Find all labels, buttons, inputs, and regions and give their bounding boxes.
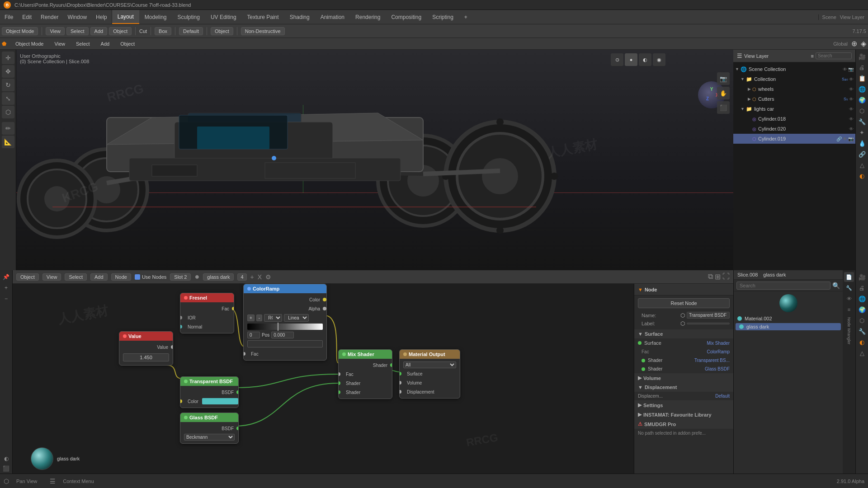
options-context-icon[interactable]: ≡ (844, 305, 854, 314)
mode-object-mode[interactable]: Object Mode (12, 41, 47, 47)
solid-icon[interactable]: ● (625, 53, 637, 66)
ne-mat-preview[interactable]: ◐ (1, 454, 11, 464)
slot-selector[interactable]: Slot 2 (170, 273, 191, 281)
mode-view[interactable]: View (51, 41, 69, 47)
view-btn[interactable]: View (46, 27, 65, 35)
tab-texture-paint[interactable]: Texture Paint (242, 10, 284, 24)
mode-select[interactable]: Select (72, 41, 94, 47)
mode-object[interactable]: Object (117, 41, 138, 47)
view-context-icon[interactable]: 👁 (844, 294, 854, 304)
move-tool[interactable]: ✥ (2, 65, 14, 78)
outliner-options-btn[interactable]: ≡ (811, 53, 814, 59)
instamat-title[interactable]: ▶ INSTAMAT: Favourite Library (634, 410, 733, 419)
default-selector[interactable]: Default (179, 27, 203, 35)
mix-shader-node[interactable]: Mix Shader Shader Fac Shad (338, 349, 392, 399)
cr-mode-select[interactable]: RGB (264, 314, 282, 322)
menu-help[interactable]: Help (91, 10, 112, 24)
wireframe-icon[interactable]: ⊙ (611, 53, 623, 66)
reset-node-btn[interactable]: Reset Node (638, 298, 730, 308)
tree-cylinder020[interactable]: ◎ Cylinder.020 👁 (733, 124, 855, 134)
cursor-tool[interactable]: ✛ (2, 52, 14, 64)
menu-window[interactable]: Window (63, 10, 91, 24)
outliner-search[interactable] (816, 52, 852, 59)
displacement-title[interactable]: ▼ Displacement (634, 383, 733, 392)
viewport-3d[interactable]: User Orthographic (0) Scene Collection |… (16, 50, 733, 270)
tab-shading[interactable]: Shading (284, 10, 315, 24)
glass-dark-row[interactable]: glass dark (736, 323, 841, 330)
cr-interp-select[interactable]: Linear (284, 314, 309, 322)
tab-animation[interactable]: Animation (315, 10, 350, 24)
ne-zoom-in[interactable]: + (1, 283, 11, 293)
mat-search-input[interactable] (736, 282, 830, 290)
grid-btn[interactable]: ⬛ (717, 101, 730, 114)
scene-props-icon[interactable]: 🌐 (857, 84, 867, 94)
non-destructive-btn[interactable]: Non-Destructive (241, 27, 285, 35)
mode-selector[interactable]: Object Mode (2, 27, 38, 35)
material-icon[interactable]: ◐ (639, 53, 651, 66)
eye-icon4[interactable]: 👁 (849, 97, 854, 102)
item-context-icon[interactable]: 📄 (844, 272, 854, 282)
fr-render-icon[interactable]: 🎥 (857, 272, 867, 282)
cr-add-btn[interactable]: + (247, 314, 255, 321)
cr-remove-btn[interactable]: - (256, 314, 262, 321)
global-label[interactable]: Global (833, 41, 848, 47)
fr-material-icon[interactable]: ◐ (857, 337, 867, 347)
constraints-icon[interactable]: 🔗 (857, 149, 867, 159)
render-vis-icon[interactable]: 📷 (848, 67, 854, 72)
browse-mat-icon[interactable]: X (258, 273, 262, 281)
fr-object-icon[interactable]: ⬡ (857, 315, 867, 325)
glass-bsdf-node[interactable]: Glass BSDF BSDF Beckmann (180, 413, 239, 444)
world-props-icon[interactable]: 🌍 (857, 95, 867, 105)
label-value[interactable] (687, 323, 730, 324)
tab-rendering[interactable]: Rendering (350, 10, 386, 24)
ne-select[interactable]: Select (65, 273, 87, 281)
volume-title[interactable]: ▶ Volume (634, 373, 733, 383)
tab-sculpting[interactable]: Sculpting (172, 10, 205, 24)
render-icon2[interactable]: 📷 (848, 136, 854, 141)
object-props-icon[interactable]: ⬡ (857, 106, 867, 116)
scene-selector[interactable]: Scene (822, 14, 836, 20)
select-btn[interactable]: Select (66, 27, 89, 35)
eye-icon3[interactable]: 👁 (849, 87, 854, 92)
tree-scene-collection[interactable]: ▼ 🌐 Scene Collection 👁 📷 (733, 64, 855, 74)
menu-edit[interactable]: Edit (18, 10, 36, 24)
node-canvas[interactable]: 人人素材 RRCG (13, 284, 634, 474)
eye-icon6[interactable]: 👁 (849, 117, 854, 122)
ne-view[interactable]: View (42, 273, 61, 281)
material-output-node[interactable]: Material Output All Surface (399, 349, 460, 399)
annotate-tool[interactable]: ✏ (2, 122, 14, 135)
measure-tool[interactable]: 📐 (2, 136, 14, 148)
tab-add[interactable]: + (459, 10, 473, 24)
value-node[interactable]: Value Value 1.450 (119, 331, 173, 366)
tab-uv-editing[interactable]: UV Editing (205, 10, 242, 24)
tree-cylinder019[interactable]: ⬡ Cylinder.019 🔗 👁 📷 (733, 134, 855, 144)
fr-output-icon[interactable]: 🖨 (857, 283, 867, 293)
tree-lights-car[interactable]: ▼ 📁 lights car 👁 (733, 104, 855, 114)
scale-tool[interactable]: ⤡ (2, 92, 14, 105)
physics-icon[interactable]: 💧 (857, 138, 867, 148)
tab-compositing[interactable]: Compositing (386, 10, 427, 24)
mat-options-icon[interactable]: ⚙ (265, 273, 271, 281)
tree-wheels[interactable]: ▶ ⬡ wheels 👁 (733, 84, 855, 94)
render-props-icon[interactable]: 🎥 (857, 52, 867, 61)
transform-tool[interactable]: ⬡ (2, 106, 14, 118)
view-layer-selector[interactable]: View Layer (840, 14, 864, 20)
ne-view-mode[interactable]: ⬛ (1, 464, 11, 474)
tool-context-icon[interactable]: 🔧 (844, 283, 854, 293)
fresnel-node[interactable]: Fresnel Fac IOR Normal (180, 293, 234, 333)
search-icon[interactable]: 🔍 (832, 282, 840, 289)
settings-title[interactable]: ▶ Settings (634, 400, 733, 410)
output-props-icon[interactable]: 🖨 (857, 62, 867, 72)
material-sphere-icon[interactable]: ● (194, 272, 199, 282)
fr-world-icon[interactable]: 🌍 (857, 305, 867, 314)
snap-icon[interactable]: ◈ (861, 39, 866, 48)
colorramp-bar[interactable] (247, 324, 323, 330)
object-btn[interactable]: Object (109, 27, 132, 35)
ramp-pos-value[interactable]: 0.000 (271, 332, 294, 338)
pan-btn[interactable]: ✋ (717, 87, 730, 99)
box-selector[interactable]: Box (155, 27, 171, 35)
eye-icon5[interactable]: 👁 (849, 107, 854, 112)
ne-zoom-out[interactable]: − (1, 294, 11, 304)
tree-cutters[interactable]: ▶ ⬡ Cutters S₅ 👁 (733, 94, 855, 104)
data-props-icon[interactable]: △ (857, 160, 867, 170)
